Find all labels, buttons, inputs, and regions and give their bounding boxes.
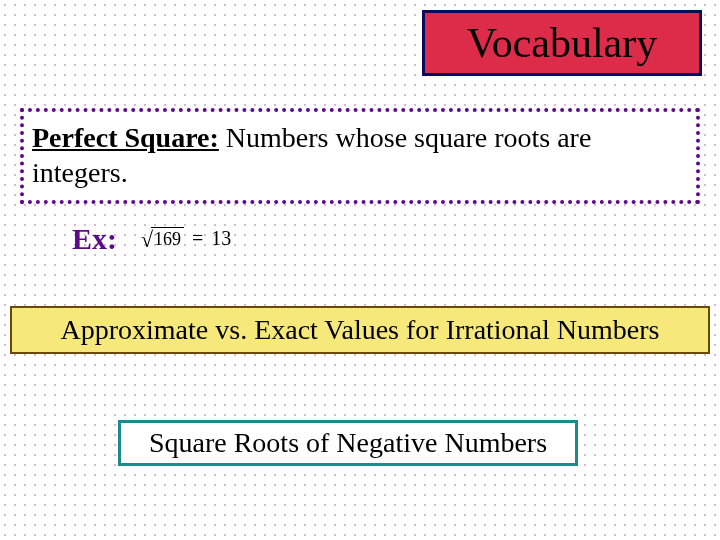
example-result: 13 <box>211 227 231 250</box>
square-roots-negative-text: Square Roots of Negative Numbers <box>149 427 547 459</box>
radicand-value: 169 <box>151 227 184 251</box>
vocabulary-title-text: Vocabulary <box>467 19 658 67</box>
square-roots-negative-box: Square Roots of Negative Numbers <box>118 420 578 466</box>
example-row: Ex: √ 169 = 13 <box>72 222 231 256</box>
perfect-square-definition-box: Perfect Square: Numbers whose square roo… <box>20 108 700 204</box>
example-label: Ex: <box>72 222 117 256</box>
vocabulary-title-box: Vocabulary <box>422 10 702 76</box>
approximate-vs-exact-box: Approximate vs. Exact Values for Irratio… <box>10 306 710 354</box>
equals-sign: = <box>188 227 207 250</box>
example-math: √ 169 = 13 <box>141 227 231 251</box>
definition-term: Perfect Square: <box>32 122 219 153</box>
approximate-vs-exact-text: Approximate vs. Exact Values for Irratio… <box>61 314 660 346</box>
square-root-icon: √ 169 <box>141 227 184 251</box>
